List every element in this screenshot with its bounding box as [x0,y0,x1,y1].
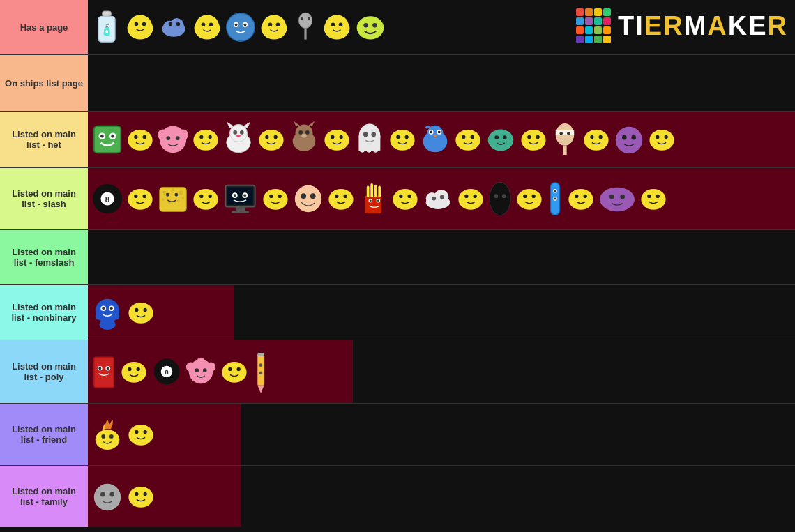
char-white-cloud [421,183,455,214]
char-blue-bird [418,123,452,156]
svg-point-72 [340,135,343,139]
svg-point-16 [227,13,255,41]
svg-point-144 [335,195,338,198]
svg-point-106 [631,135,636,140]
yellow-slash-5 [390,183,421,214]
row-friend: Listed on main list - friend [0,404,795,466]
label-family: Listed on main list - family [0,466,88,527]
svg-point-164 [464,195,468,198]
content-friend [88,404,241,465]
svg-rect-131 [236,207,245,211]
svg-point-180 [600,188,635,212]
yellow-het-8 [581,124,612,155]
content-slash: 8 [88,168,795,229]
svg-point-105 [622,135,627,140]
row-het: Listed on main list - het [0,112,795,168]
char-green-square [91,123,124,156]
char-white-ghost [353,121,386,158]
svg-point-35 [372,23,377,27]
svg-point-183 [641,189,665,210]
yellow-slash-2 [190,183,221,214]
svg-point-83 [430,131,432,134]
svg-point-193 [110,307,113,310]
yellow-slash-3 [260,183,291,214]
svg-point-221 [259,371,263,374]
svg-point-58 [240,130,244,135]
svg-point-134 [234,194,236,197]
yellow-het-9 [646,124,677,155]
row-poly: Listed on main list - poly 8 [0,340,795,404]
row-femslash: Listed on main list - femslash [0,230,795,285]
svg-point-167 [494,194,498,198]
svg-point-120 [162,198,165,201]
yellow-het-5 [387,124,418,155]
svg-point-78 [396,135,400,139]
svg-point-28 [308,17,310,20]
svg-point-24 [276,23,280,27]
content-femslash [88,230,795,284]
svg-point-170 [523,195,527,198]
char-8ball-poly: 8 [151,356,183,388]
svg-point-85 [438,131,441,134]
content-ships [88,55,795,111]
content-het [88,112,795,167]
svg-point-166 [490,182,510,215]
svg-point-119 [179,190,183,195]
svg-point-115 [143,195,146,198]
char-purple-blob [597,182,637,215]
yellow-slash-7 [514,183,545,214]
svg-point-142 [310,193,316,199]
yellow-blob-4 [321,11,353,43]
svg-point-61 [265,135,268,139]
svg-rect-100 [563,146,566,155]
svg-point-176 [554,198,556,200]
svg-point-154 [377,199,379,202]
char-green-smiley [354,11,386,43]
svg-point-102 [590,135,593,139]
svg-point-187 [99,319,115,330]
yellow-slash-6 [455,183,486,214]
svg-marker-56 [243,123,250,128]
svg-point-89 [471,135,474,139]
yellow-nb-1 [126,297,156,328]
svg-point-145 [344,195,347,198]
svg-point-213 [203,368,207,372]
svg-point-68 [305,130,310,135]
svg-point-189 [113,313,120,320]
svg-point-155 [393,189,417,210]
svg-point-169 [517,189,541,210]
svg-rect-36 [94,126,121,153]
svg-point-178 [575,195,578,198]
yellow-friend-1 [126,419,156,450]
char-white-cat [222,121,255,158]
svg-point-152 [370,199,372,202]
svg-point-69 [301,134,307,138]
svg-point-233 [144,492,147,496]
svg-rect-149 [374,185,377,197]
yellow-slash-4 [326,183,356,214]
yellow-blob-2 [191,11,223,43]
svg-point-171 [532,195,536,198]
svg-point-127 [199,195,203,198]
svg-point-41 [128,130,152,151]
char-red-box [91,351,117,392]
yellow-slash-8 [566,183,596,214]
svg-text:8: 8 [105,195,110,204]
svg-point-27 [301,17,303,20]
svg-point-157 [408,195,411,198]
svg-point-139 [278,195,282,198]
svg-point-94 [527,135,531,139]
svg-marker-65 [294,121,301,127]
svg-point-30 [325,15,348,36]
svg-point-18 [235,23,238,26]
label-has-page: Has a page [0,0,88,54]
svg-point-128 [209,195,212,198]
svg-point-113 [128,189,152,210]
svg-point-38 [100,135,104,138]
svg-point-199 [98,367,101,370]
svg-point-140 [295,185,321,212]
char-black-oval [487,178,513,219]
svg-point-22 [262,15,285,36]
svg-point-23 [268,23,273,27]
label-ships: On ships list page [0,55,88,111]
